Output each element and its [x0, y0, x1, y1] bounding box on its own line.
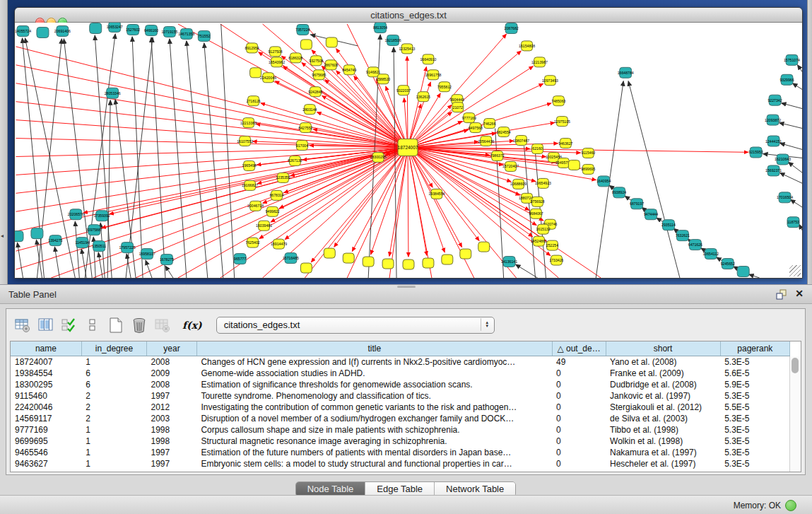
- scrollbar-thumb[interactable]: [792, 358, 799, 373]
- table-cell: 49: [552, 356, 606, 368]
- table-row[interactable]: 1938455462009Genome-wide association stu…: [11, 368, 790, 379]
- column-header-title[interactable]: title: [196, 341, 552, 356]
- citation-graph[interactable]: 1405572420691406106532471527602646616010…: [15, 23, 802, 278]
- table-row[interactable]: 1872400712008Changes of HCN gene express…: [11, 356, 790, 368]
- graph-node[interactable]: [363, 257, 374, 267]
- float-panel-icon[interactable]: [776, 289, 787, 300]
- graph-node-label: 18724007: [398, 145, 418, 150]
- table-row[interactable]: 1830029562008Estimation of significance …: [11, 379, 790, 390]
- column-header-year[interactable]: year: [147, 341, 197, 356]
- graph-node-label: 19384554: [428, 192, 445, 196]
- graph-node[interactable]: [460, 249, 471, 259]
- row-height-icon[interactable]: [82, 315, 103, 335]
- column-header-in_degree[interactable]: in_degree: [81, 341, 146, 356]
- graph-node-label: 1965498: [242, 163, 257, 168]
- graph-node[interactable]: [343, 253, 354, 263]
- table-row[interactable]: 946554611997Estimation of the future num…: [11, 447, 790, 458]
- table-cell: 18724007: [11, 356, 81, 368]
- graph-node-label: 17016504: [777, 195, 793, 199]
- select-rows-icon[interactable]: [59, 315, 80, 335]
- table-row[interactable]: 1456911722003Disruption of a novel membe…: [11, 413, 790, 424]
- graph-node[interactable]: [37, 27, 49, 37]
- network-window-titlebar[interactable]: citations_edges.txt: [15, 8, 802, 23]
- panel-divider-grip[interactable]: [397, 286, 416, 288]
- right-panel-strip: [807, 0, 812, 284]
- delete-table-icon[interactable]: [129, 315, 150, 335]
- graph-node[interactable]: [423, 258, 434, 268]
- tab-edge-table[interactable]: Edge Table: [365, 482, 435, 496]
- table-row[interactable]: 911546021997Tourette syndrome. Phenomeno…: [11, 390, 790, 402]
- graph-node[interactable]: [478, 242, 490, 252]
- graph-node-label: 2935114: [661, 223, 676, 227]
- graph-node-label: 7955812: [437, 85, 452, 89]
- graph-node-label: 1362615: [416, 95, 430, 99]
- graph-node-label: 16039481: [256, 223, 272, 228]
- graph-node-label: 9756928: [530, 199, 544, 204]
- table-cell: 2: [81, 390, 146, 402]
- network-canvas[interactable]: 1405572420691406106532471527602646616010…: [15, 23, 802, 278]
- function-builder-icon[interactable]: f(x): [182, 320, 202, 331]
- graph-node[interactable]: [324, 248, 335, 258]
- vertical-scrollbar[interactable]: [789, 356, 801, 472]
- table-row[interactable]: 2242004622012Investigating the contribut…: [11, 402, 790, 413]
- tab-node-table[interactable]: Node Table: [296, 482, 366, 496]
- table-cell: Dudbridge et al. (2008): [606, 379, 720, 390]
- show-columns-icon[interactable]: [35, 315, 57, 335]
- graph-node[interactable]: [568, 160, 579, 170]
- graph-node[interactable]: [300, 263, 312, 273]
- graph-node[interactable]: [326, 37, 337, 47]
- graph-node[interactable]: [15, 231, 23, 242]
- tab-network-table[interactable]: Network Table: [435, 482, 515, 496]
- graph-node-label: 17957225: [119, 245, 136, 250]
- table-cell: 5.3E-5: [720, 356, 789, 368]
- table-cell: 9115460: [11, 390, 81, 402]
- graph-node-label: 6879197: [630, 201, 644, 206]
- table-row[interactable]: 977716911998Corpus callosum shape and si…: [11, 424, 790, 436]
- graph-node[interactable]: [90, 23, 102, 33]
- graph-node[interactable]: [382, 259, 394, 269]
- close-panel-icon[interactable]: ✕: [795, 288, 804, 299]
- graph-node-label: 9127508: [268, 49, 282, 54]
- graph-node[interactable]: [737, 267, 749, 277]
- graph-node-label: 751552: [198, 34, 210, 38]
- column-header-name[interactable]: name: [11, 341, 81, 356]
- graph-node[interactable]: [31, 228, 43, 239]
- graph-node[interactable]: [442, 255, 453, 264]
- graph-node-label: 1588520: [376, 77, 390, 81]
- table-cell: 1: [81, 458, 146, 469]
- table-settings-icon[interactable]: [12, 315, 33, 335]
- graph-node-label: 14524861: [531, 239, 547, 243]
- graph-node-label: 10653247: [107, 25, 123, 29]
- graph-node-label: 9245652: [721, 262, 735, 266]
- graph-node-label: 30975887: [86, 228, 102, 232]
- table-cell: 2: [81, 413, 146, 424]
- graph-node-label: 1235359: [276, 175, 290, 180]
- graph-node-label: 7986372: [490, 153, 505, 158]
- table-cell: 5.3E-5: [720, 424, 789, 436]
- graph-node-label: 9777169: [462, 116, 476, 120]
- table-select-dropdown[interactable]: citations_edges.txt ▲▼: [216, 317, 495, 334]
- new-table-icon[interactable]: [105, 315, 126, 335]
- table-cell: 9777169: [11, 424, 81, 436]
- table-cell: 2008: [147, 356, 197, 368]
- table-cell: Tibbo et al. (1998): [606, 424, 720, 436]
- column-header-pagerank[interactable]: pagerank: [720, 341, 789, 356]
- table-cell: 2008: [147, 379, 197, 390]
- graph-node[interactable]: [300, 40, 312, 49]
- table-cell: 5.3E-5: [720, 458, 789, 469]
- graph-node[interactable]: [403, 259, 414, 269]
- panel-collapse-arrow-icon[interactable]: ◂: [1, 233, 4, 239]
- memory-ok-indicator[interactable]: [785, 500, 796, 511]
- graph-node-label: 6497568: [469, 126, 483, 130]
- table-row[interactable]: 946362711997Embryonic stem cells: a mode…: [11, 458, 790, 469]
- graph-node-label: 9329966: [779, 78, 794, 82]
- column-header-short[interactable]: short: [606, 341, 720, 356]
- table-row[interactable]: 969969511998Structural magnetic resonanc…: [11, 436, 790, 447]
- graph-node[interactable]: [250, 68, 261, 78]
- graph-node-label: 10046718: [247, 204, 264, 208]
- table-cell: 2: [81, 402, 146, 413]
- graph-node-label: 9215953: [749, 150, 763, 154]
- window-resize-grip[interactable]: [789, 265, 801, 276]
- graph-node-label: 16640910: [420, 57, 436, 62]
- column-header-out_degree[interactable]: △ out_de…: [552, 341, 606, 356]
